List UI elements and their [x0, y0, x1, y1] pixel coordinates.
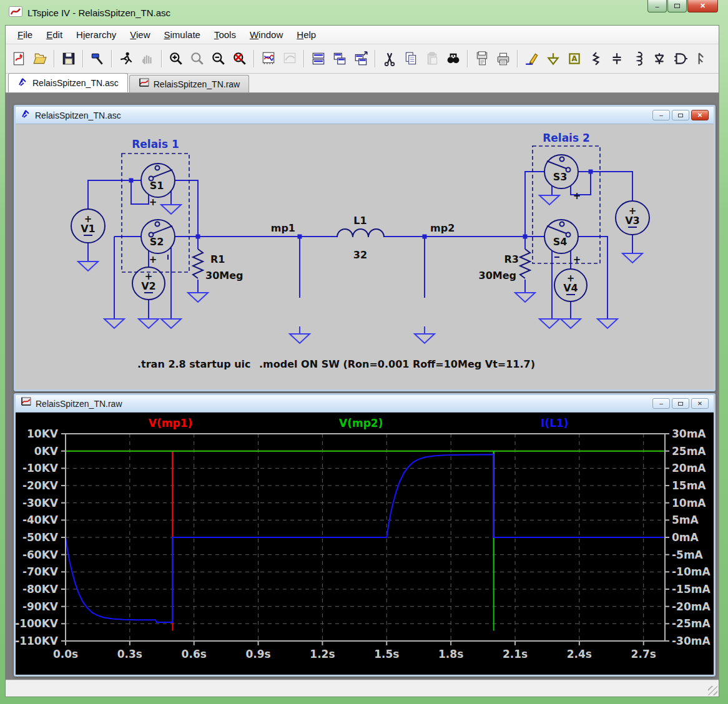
l1-value: 32 — [353, 249, 367, 261]
diode-icon[interactable] — [649, 49, 670, 69]
toolbar-separator — [253, 50, 255, 67]
legend-I(L1)[interactable]: I(L1) — [541, 417, 569, 429]
tab-waveform[interactable]: RelaisSpitzen_TN.raw — [129, 75, 250, 92]
toolbar-separator — [517, 50, 518, 67]
node-mp2-label: mp2 — [430, 222, 455, 234]
menu-simulate[interactable]: Simulate — [157, 27, 207, 42]
y-left-tick-label: 0KV — [34, 445, 59, 457]
zoom-in-icon[interactable] — [165, 49, 187, 69]
find-icon[interactable] — [443, 49, 464, 69]
ground-icon[interactable] — [543, 49, 564, 69]
y-right-tick-label: 30mA — [672, 428, 706, 440]
y-right-tick-label: -15mA — [672, 583, 711, 595]
y-left-tick-label: -100KV — [16, 617, 59, 630]
svg-text:A: A — [571, 54, 578, 63]
main-titlebar[interactable]: LTspice IV - RelaisSpitzen_TN.asc – ✕ — [0, 0, 728, 25]
autorange-y-icon[interactable] — [258, 49, 279, 69]
x-tick-label: 1.2s — [310, 648, 335, 660]
y-left-tick-label: -70KV — [22, 565, 59, 578]
plot-settings-icon — [279, 49, 300, 69]
r1-name: R1 — [210, 253, 225, 265]
s2-label: S2 — [150, 236, 164, 248]
menu-view[interactable]: View — [123, 27, 157, 42]
component-icon[interactable] — [670, 49, 691, 69]
close-button[interactable]: ✕ — [687, 0, 718, 12]
directive-tran: .tran 2.8 startup uic — [137, 358, 251, 370]
maximize-button[interactable] — [667, 0, 687, 12]
toolbar-separator — [111, 50, 112, 67]
cascade-windows-icon[interactable] — [350, 49, 371, 69]
y-left-tick-label: -30KV — [22, 497, 59, 509]
save-icon[interactable] — [58, 49, 79, 69]
directive-model: .model ON SW (Ron=0.001 Roff=10Meg Vt=11… — [259, 358, 535, 370]
copy-icon[interactable] — [400, 49, 421, 69]
control-panel-icon[interactable] — [87, 49, 108, 69]
legend-V(mp1)[interactable]: V(mp1) — [149, 417, 192, 429]
menu-help[interactable]: Help — [290, 27, 323, 42]
resistor-icon[interactable] — [585, 49, 606, 69]
status-bar — [6, 680, 719, 697]
v1-plus: + — [84, 213, 92, 225]
tab-schematic[interactable]: RelaisSpitzen_TN.asc — [8, 73, 128, 92]
toolbar-separator — [161, 50, 162, 67]
y-right-tick-label: -30mA — [672, 635, 711, 647]
y-right-tick-label: -25mA — [672, 617, 711, 630]
x-tick-label: 0.0s — [53, 648, 78, 660]
minimize-button[interactable]: – — [652, 398, 670, 409]
r3-value: 30Meg — [479, 270, 517, 281]
waveform-plot[interactable]: 10KV0KV-10KV-20KV-30KV-40KV-50KV-60KV-70… — [16, 413, 714, 675]
y-left-tick-label: -50KV — [22, 531, 59, 544]
v3-plus: + — [629, 205, 637, 217]
wire-icon[interactable] — [521, 49, 543, 69]
tile-vertically-icon[interactable] — [329, 49, 350, 69]
x-tick-label: 0.9s — [245, 648, 270, 660]
tile-horizontally-icon[interactable] — [308, 49, 329, 69]
close-button[interactable]: ✕ — [691, 398, 709, 409]
cut-icon[interactable] — [379, 49, 400, 69]
restore-button[interactable] — [672, 110, 689, 120]
minimize-button[interactable]: – — [652, 110, 670, 120]
client-area: FileEditHierarchyViewSimulateToolsWindow… — [5, 25, 719, 697]
tab-label: RelaisSpitzen_TN.raw — [154, 79, 240, 89]
inductor-icon[interactable] — [627, 49, 649, 69]
schematic-body: Relais 1 Relais 2 S1 S2 S3 S4 V1 V2 V3 V… — [16, 124, 714, 389]
open-file-icon[interactable] — [29, 49, 51, 69]
run-icon[interactable] — [116, 49, 137, 69]
waveform-window-title: RelaisSpitzen_TN.raw — [36, 399, 122, 409]
schematic-file-icon — [21, 109, 31, 122]
schematic-window-titlebar[interactable]: RelaisSpitzen_TN.asc – ✕ — [16, 107, 714, 124]
menu-hierarchy[interactable]: Hierarchy — [69, 27, 123, 42]
y-right-tick-label: -10mA — [672, 565, 711, 578]
zoom-back-icon — [187, 49, 208, 69]
v2-plus: + — [145, 271, 153, 282]
menu-window[interactable]: Window — [243, 27, 290, 42]
restore-button[interactable] — [672, 398, 689, 409]
y-right-tick-label: 5mA — [672, 514, 699, 526]
capacitor-icon[interactable] — [606, 49, 627, 69]
y-left-tick-label: -60KV — [22, 549, 59, 561]
print-icon[interactable] — [493, 49, 514, 69]
new-schematic-icon[interactable] — [8, 49, 29, 69]
ltspice-main-window: LTspice IV - RelaisSpitzen_TN.asc – ✕ Fi… — [0, 0, 728, 704]
r3-name: R3 — [504, 253, 519, 265]
waveform-body: 10KV0KV-10KV-20KV-30KV-40KV-50KV-60KV-70… — [16, 413, 714, 675]
print-preview-icon[interactable] — [471, 49, 493, 69]
minimize-button[interactable]: – — [647, 0, 667, 12]
label-net-icon[interactable]: A — [564, 49, 585, 69]
s4-plus: + — [573, 254, 581, 265]
move-icon[interactable] — [691, 49, 712, 69]
schematic-canvas[interactable]: Relais 1 Relais 2 S1 S2 S3 S4 V1 V2 V3 V… — [16, 124, 714, 388]
window-title: LTspice IV - RelaisSpitzen_TN.asc — [27, 7, 170, 18]
menu-file[interactable]: File — [11, 27, 39, 42]
legend-V(mp2)[interactable]: V(mp2) — [339, 417, 383, 429]
waveform-window: RelaisSpitzen_TN.raw – ✕ 10KV0KV-10KV-20… — [14, 393, 716, 677]
close-button[interactable]: ✕ — [691, 110, 709, 120]
y-right-tick-label: -20mA — [672, 600, 711, 613]
menu-edit[interactable]: Edit — [39, 27, 69, 42]
menu-tools[interactable]: Tools — [207, 27, 243, 42]
zoom-full-extents-icon[interactable] — [229, 49, 250, 69]
r1-value: 30Meg — [205, 270, 243, 281]
window-resize-grip[interactable] — [708, 686, 717, 695]
zoom-out-icon[interactable] — [208, 49, 229, 69]
waveform-window-titlebar[interactable]: RelaisSpitzen_TN.raw – ✕ — [16, 395, 714, 413]
